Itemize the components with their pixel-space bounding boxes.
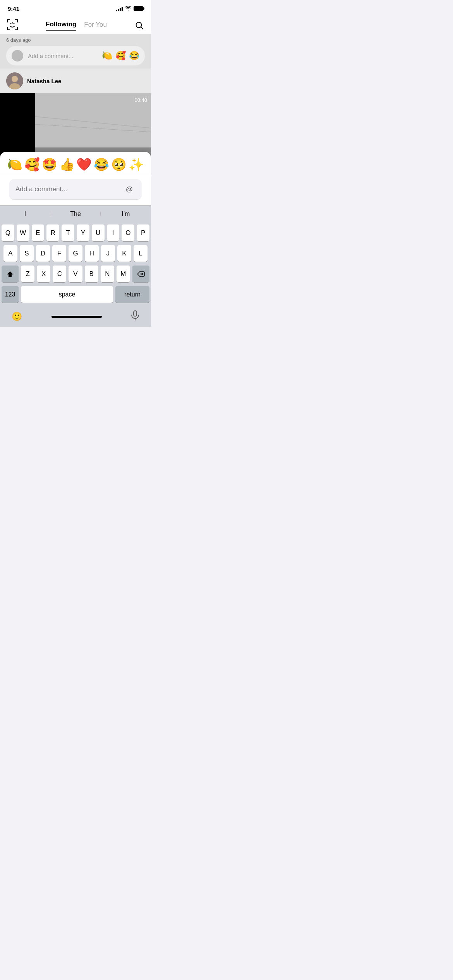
quick-emoji-hearts[interactable]: 🥰 (115, 51, 126, 61)
key-g[interactable]: G (69, 245, 82, 262)
quick-emoji-lemon[interactable]: 🍋 (102, 51, 112, 61)
emoji-laugh-cry[interactable]: 😂 (94, 157, 109, 172)
comment-field-row[interactable]: @ (9, 179, 142, 200)
space-key[interactable]: space (21, 286, 113, 303)
comment-field-wrapper: @ (0, 176, 151, 205)
key-l[interactable]: L (134, 245, 148, 262)
at-mention-button[interactable]: @ (123, 183, 136, 195)
svg-rect-5 (7, 27, 8, 30)
svg-rect-1 (7, 19, 8, 22)
user-avatar (6, 72, 23, 89)
svg-point-8 (10, 23, 12, 24)
key-s[interactable]: S (20, 245, 34, 262)
comment-field-input[interactable] (15, 185, 123, 193)
svg-point-9 (14, 23, 15, 24)
key-e[interactable]: E (32, 224, 45, 241)
emoji-sparkles[interactable]: ✨ (129, 157, 144, 172)
key-n[interactable]: N (101, 266, 114, 282)
comment-quick-emojis: 🍋 🥰 😂 (102, 51, 139, 61)
return-key[interactable]: return (115, 286, 149, 303)
key-y[interactable]: Y (77, 224, 89, 241)
key-a[interactable]: A (3, 245, 17, 262)
autocomplete-im[interactable]: I'm (101, 211, 151, 218)
microphone-button[interactable] (131, 310, 139, 323)
bottom-bar: 🙂 (0, 308, 151, 327)
key-k[interactable]: K (117, 245, 131, 262)
key-w[interactable]: W (17, 224, 29, 241)
battery-icon (134, 6, 143, 11)
user-row[interactable]: Natasha Lee (0, 69, 151, 93)
comment-input-row[interactable]: Add a comment... 🍋 🥰 😂 (6, 46, 145, 65)
key-x[interactable]: X (37, 266, 50, 282)
key-j[interactable]: J (101, 245, 115, 262)
key-q[interactable]: Q (2, 224, 14, 241)
keyboard-sheet: 🍋 🥰 🤩 👍 ❤️ 😂 🥺 ✨ @ I The I'm Q W E R T (0, 152, 151, 327)
key-row-3: Z X C V B N M (2, 266, 149, 282)
svg-rect-23 (134, 311, 137, 316)
shift-key[interactable] (2, 266, 19, 282)
emoji-reaction-bar: 🍋 🥰 🤩 👍 ❤️ 😂 🥺 ✨ (0, 152, 151, 176)
autocomplete-row: I The I'm (0, 205, 151, 222)
num-switch-key[interactable]: 123 (2, 286, 19, 303)
key-v[interactable]: V (69, 266, 82, 282)
video-duration: 00:40 (134, 97, 147, 103)
time-ago: 6 days ago (6, 37, 145, 43)
emoji-lemon[interactable]: 🍋 (7, 157, 22, 172)
autocomplete-i[interactable]: I (0, 211, 50, 218)
top-nav: Following For You (0, 17, 151, 34)
face-id-icon[interactable] (6, 19, 19, 33)
key-z[interactable]: Z (21, 266, 34, 282)
emoji-thumbsup[interactable]: 👍 (59, 157, 75, 172)
quick-emoji-laugh[interactable]: 😂 (129, 51, 139, 61)
at-symbol: @ (126, 185, 133, 194)
key-h[interactable]: H (85, 245, 99, 262)
post-area: 6 days ago Add a comment... 🍋 🥰 😂 (0, 34, 151, 69)
tab-following[interactable]: Following (46, 21, 76, 31)
comment-placeholder-text: Add a comment... (28, 53, 97, 59)
emoji-heart[interactable]: ❤️ (76, 157, 92, 172)
backspace-key[interactable] (132, 266, 149, 282)
key-f[interactable]: F (52, 245, 66, 262)
key-d[interactable]: D (36, 245, 50, 262)
status-time: 9:41 (8, 5, 19, 12)
key-t[interactable]: T (62, 224, 74, 241)
comment-user-avatar (12, 50, 23, 62)
key-p[interactable]: P (137, 224, 149, 241)
emoji-star-struck[interactable]: 🤩 (42, 157, 57, 172)
svg-point-16 (12, 76, 18, 82)
key-c[interactable]: C (53, 266, 66, 282)
wifi-icon (125, 5, 131, 12)
key-row-2: A S D F G H J K L (2, 245, 149, 262)
nav-tabs: Following For You (46, 21, 107, 31)
user-name: Natasha Lee (27, 78, 61, 84)
key-row-1: Q W E R T Y U I O P (2, 224, 149, 241)
key-i[interactable]: I (107, 224, 120, 241)
svg-rect-3 (17, 19, 18, 22)
home-indicator (51, 316, 102, 318)
key-r[interactable]: R (46, 224, 59, 241)
key-m[interactable]: M (117, 266, 130, 282)
signal-icon (116, 6, 123, 11)
tab-for-you[interactable]: For You (84, 21, 107, 30)
emoji-pleading[interactable]: 🥺 (111, 157, 127, 172)
key-o[interactable]: O (122, 224, 134, 241)
keyboard: Q W E R T Y U I O P A S D F G H J K L (0, 222, 151, 308)
emoji-keyboard-button[interactable]: 🙂 (12, 312, 22, 322)
key-row-4: 123 space return (2, 286, 149, 303)
autocomplete-the[interactable]: The (50, 211, 101, 218)
svg-line-12 (141, 27, 143, 29)
search-button[interactable] (134, 20, 145, 31)
status-bar: 9:41 (0, 0, 151, 17)
emoji-hearts[interactable]: 🥰 (24, 157, 40, 172)
key-u[interactable]: U (92, 224, 105, 241)
content-area: 6 days ago Add a comment... 🍋 🥰 😂 Natash… (0, 34, 151, 171)
svg-rect-7 (17, 27, 18, 30)
status-icons (116, 5, 143, 12)
key-b[interactable]: B (85, 266, 98, 282)
